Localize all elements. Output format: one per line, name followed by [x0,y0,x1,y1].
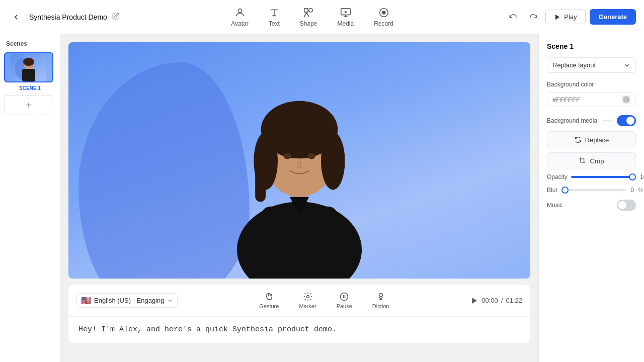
avatar-tool-button[interactable]: Avatar [221,3,258,31]
record-icon [378,7,389,18]
layout-label: Replace layout [552,61,596,69]
playback-play-icon[interactable] [470,297,478,305]
right-panel: Scene 1 Replace layout Background color … [538,34,644,362]
crop-button[interactable]: Crop [547,152,636,169]
script-toolbar: 🇺🇸 English (US) - Engaging Gesture [68,285,530,317]
replace-label: Replace [585,136,609,144]
topbar-left: Synthesia Product Demo [8,9,119,25]
text-tool-button[interactable]: Text [259,3,290,31]
crop-icon [579,157,587,165]
opacity-slider[interactable] [571,176,636,178]
svg-point-11 [23,58,34,66]
flag-icon: 🇺🇸 [81,296,91,305]
svg-point-28 [379,293,382,297]
bg-media-options-button[interactable]: ··· [604,116,610,125]
marker-icon [303,292,313,302]
diction-button[interactable]: Diction [362,289,399,312]
opacity-row: Opacity 100 % [547,173,636,180]
opacity-value: 100 [640,173,644,180]
media-tool-button[interactable]: Media [328,3,364,31]
play-button[interactable]: Play [545,10,585,24]
svg-marker-4 [345,11,348,13]
language-selector[interactable]: 🇺🇸 English (US) - Engaging [76,293,178,308]
color-picker-icon[interactable] [622,96,630,104]
redo-icon [529,13,538,22]
record-label: Record [374,20,393,27]
svg-point-20 [321,132,345,190]
avatar-figure [224,67,375,279]
time-separator: / [501,297,503,304]
chevron-down-icon [167,298,173,304]
marker-label: Marker [299,303,316,309]
replace-icon [574,136,582,144]
svg-rect-21 [255,163,266,202]
canvas-container[interactable] [68,42,530,279]
scene-panel-title: Scene 1 [547,42,636,50]
avatar-icon [234,7,246,18]
svg-point-24 [306,296,309,298]
bg-media-section: Background media ··· [547,115,636,126]
music-row: Music [547,200,636,211]
bg-color-input[interactable]: #FFFFFF [547,92,636,107]
script-text[interactable]: Hey! I'm Alex, and here's a quick Synthe… [68,317,530,343]
scene-1-thumbnail[interactable] [4,52,53,82]
svg-marker-7 [555,14,559,20]
project-title: Synthesia Product Demo [29,13,107,21]
play-icon [554,14,561,21]
play-label: Play [564,13,577,21]
main-area: Scenes [0,34,644,362]
edit-title-icon[interactable] [112,13,119,21]
svg-rect-14 [261,207,338,279]
music-toggle[interactable] [617,200,636,211]
shape-icon [303,7,314,18]
replace-layout-dropdown[interactable]: Replace layout [547,57,636,73]
record-tool-button[interactable]: Record [364,3,404,31]
add-scene-button[interactable]: + [4,95,53,115]
svg-marker-29 [472,298,477,304]
bg-color-section-label: Background color [547,81,636,88]
scenes-panel: Scenes [0,34,60,362]
gesture-icon [264,292,274,302]
generate-button[interactable]: Generate [590,9,636,25]
marker-button[interactable]: Marker [289,289,326,312]
add-scene-icon: + [26,100,32,111]
shape-label: Shape [300,20,317,27]
shape-tool-button[interactable]: Shape [290,3,328,31]
time-current: 00:00 [481,297,498,304]
replace-button[interactable]: Replace [547,131,636,148]
music-label: Music [547,202,562,209]
canvas-area: 🇺🇸 English (US) - Engaging Gesture [60,34,538,362]
svg-point-23 [307,153,315,159]
avatar-label: Avatar [231,20,248,27]
topbar-tools: Avatar Text Shape Media [119,3,505,31]
blur-percent: % [638,187,643,194]
blur-value: 0 [630,187,634,194]
media-label: Media [338,20,354,27]
blur-slider[interactable] [561,189,626,191]
undo-icon [509,13,518,22]
svg-point-22 [284,153,291,159]
bg-media-label: Background media [547,117,597,124]
opacity-label: Opacity [547,173,567,180]
topbar: Synthesia Product Demo Avatar Text [0,0,644,34]
pause-label: Pause [337,303,352,309]
bg-media-toggle[interactable] [617,115,636,126]
language-label: English (US) - Engaging [94,297,164,304]
time-total: 01:22 [506,297,522,304]
blur-label: Blur [547,187,557,194]
gesture-button[interactable]: Gesture [249,289,289,312]
svg-rect-1 [304,8,308,12]
pause-icon [339,292,349,302]
back-button[interactable] [8,9,24,25]
blur-row: Blur 0 % [547,187,636,194]
text-icon [269,7,280,18]
svg-rect-12 [22,69,35,81]
bg-color-value: #FFFFFF [552,96,618,104]
pause-button[interactable]: Pause [327,289,362,312]
scenes-title: Scenes [4,40,56,47]
undo-button[interactable] [505,9,521,25]
redo-button[interactable] [525,9,541,25]
canvas-background [68,42,530,279]
dropdown-chevron-icon [623,62,630,69]
svg-point-0 [238,9,242,12]
